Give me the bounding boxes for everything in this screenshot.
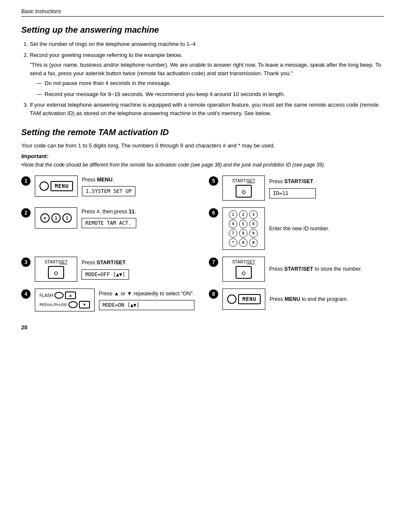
key-star: *: [229, 238, 237, 247]
step-number-3: 3: [21, 258, 31, 267]
menu-label-8: MENU: [238, 294, 261, 304]
step-content-2: ⊞ 1 1 Press #, then press 11. REMOTE TAM…: [35, 207, 196, 229]
step-text-7: Press START/SET to store the number.: [269, 265, 362, 273]
page-header: Basic Instructions: [21, 8, 384, 17]
step-number-6: 6: [209, 208, 218, 218]
step-content-6: 1 2 3 4 5 6 7 8 9 * 0 # Enter: [222, 207, 384, 250]
steps-grid: 1 MENU Press MENU. 1.SYSTEM SET UP 5: [21, 175, 384, 311]
step-row-1: 1 MENU Press MENU. 1.SYSTEM SET UP: [21, 175, 196, 201]
step-device-7: START/SET ◇: [222, 257, 265, 282]
section-answering-machine: Setting up the answering machine Set the…: [21, 25, 384, 117]
flash-btn: [54, 292, 64, 299]
one-btn-2: 1: [62, 213, 72, 223]
step-content-8: MENU Press MENU to end the program.: [222, 289, 384, 310]
lcd-3: MODE=OFF [▲▼]: [82, 269, 129, 280]
step-device-6: 1 2 3 4 5 6 7 8 9 * 0 #: [222, 207, 265, 250]
menu-circle: [39, 181, 49, 191]
important-block: Important: •Note that the code should be…: [21, 153, 384, 169]
flash-row: FLASH ▲: [39, 291, 90, 299]
step-desc-6: Enter the new ID number.: [269, 225, 329, 233]
step-text-4: Press ▲ or ▼ repeatedly to select "ON".: [99, 290, 194, 298]
numpad-device: 1 2 3 4 5 6 7 8 9 * 0 #: [229, 210, 259, 247]
page-number: 20: [21, 324, 384, 331]
step-device-3: START/SET ◇: [35, 257, 77, 282]
section-remote-tam: Setting the remote TAM activation ID You…: [21, 127, 384, 311]
start-set-device-7: START/SET ◇: [232, 260, 255, 279]
key-7: 7: [229, 229, 237, 238]
step-number-2: 2: [21, 208, 31, 218]
key-4: 4: [229, 220, 237, 228]
step2: Record your greeting message referring t…: [30, 51, 384, 99]
start-set-diamond-3: ◇: [48, 266, 64, 279]
step-content-1: MENU Press MENU. 1.SYSTEM SET UP: [35, 175, 196, 197]
flash-redial-device: FLASH ▲ REDIAL/PAUSE ▼: [39, 291, 90, 308]
hash-btn: ⊞: [40, 213, 50, 223]
key-5: 5: [239, 220, 248, 228]
key-2: 2: [239, 210, 248, 219]
one-btn-1: 1: [51, 213, 61, 223]
important-note: •Note that the code should be different …: [21, 161, 384, 169]
step-desc-7: Press START/SET to store the number.: [269, 265, 362, 273]
step-content-7: START/SET ◇ Press START/SET to store the…: [222, 257, 384, 282]
step-content-5: START/SET ◇ Press START/SET. ID=11: [222, 175, 384, 201]
key-6: 6: [249, 220, 258, 228]
lcd-5: ID=11: [269, 188, 316, 198]
step-row-8: 8 MENU Press MENU to end the program.: [209, 289, 384, 311]
step-content-3: START/SET ◇ Press START/SET. MODE=OFF [▲…: [35, 257, 196, 282]
step-device-2: ⊞ 1 1: [35, 207, 77, 229]
key-0: 0: [239, 238, 248, 247]
step-desc-1: Press MENU. 1.SYSTEM SET UP: [82, 176, 135, 197]
step-number-4: 4: [21, 289, 31, 299]
redial-icon: ▼: [79, 301, 90, 308]
step-row-6: 6 1 2 3 4 5 6 7 8 9 * 0 #: [209, 207, 384, 250]
step-desc-8: Press MENU to end the program.: [270, 295, 348, 303]
start-set-device-5: START/SET ◇: [232, 178, 255, 198]
hash-1-1-device: ⊞ 1 1: [40, 213, 72, 223]
step-number-5: 5: [209, 176, 218, 186]
start-set-diamond-7: ◇: [236, 266, 252, 279]
step-text-5: Press START/SET.: [269, 178, 316, 186]
sub-bullet-2: Record your message for 8–16 seconds. We…: [37, 90, 384, 99]
step1: Set the number of rings on the telephone…: [30, 40, 384, 48]
step-device-1: MENU: [35, 175, 78, 197]
step-text-2: Press #, then press 11.: [82, 208, 136, 216]
important-label: Important:: [21, 153, 384, 159]
step-device-4: FLASH ▲ REDIAL/PAUSE ▼: [35, 289, 95, 311]
menu-button-device-8: MENU: [227, 294, 261, 304]
lcd-2: REMOTE TAM ACT.: [82, 218, 136, 228]
step-number-8: 8: [209, 289, 218, 299]
lcd-1: 1.SYSTEM SET UP: [82, 186, 135, 196]
step3: If your external telephone answering mac…: [30, 101, 384, 117]
sub-bullet-1: Do not pause more than 4 seconds in the …: [37, 79, 384, 88]
sub-bullets: Do not pause more than 4 seconds in the …: [37, 79, 384, 98]
flash-icon: ▲: [65, 291, 76, 299]
step-row-2: 2 ⊞ 1 1 Press #, then press 11. REMOTE T…: [21, 207, 196, 250]
key-1: 1: [229, 210, 237, 219]
step-text-3: Press START/SET.: [82, 259, 129, 267]
start-set-device-3: START/SET ◇: [45, 260, 68, 279]
step-device-8: MENU: [222, 289, 265, 310]
step-row-5: 5 START/SET ◇ Press START/SET. ID=11: [209, 175, 384, 201]
start-set-diamond-5: ◇: [236, 185, 252, 198]
step-desc-3: Press START/SET. MODE=OFF [▲▼]: [82, 259, 129, 280]
menu-circle-8: [227, 294, 236, 304]
section1-steps: Set the number of rings on the telephone…: [30, 40, 384, 117]
section1-title: Setting up the answering machine: [21, 25, 384, 35]
step-text-6: Enter the new ID number.: [269, 225, 329, 233]
step-desc-2: Press #, then press 11. REMOTE TAM ACT.: [82, 208, 136, 229]
step-text-8: Press MENU to end the program.: [270, 295, 348, 303]
step-content-4: FLASH ▲ REDIAL/PAUSE ▼ Press ▲ or ▼ repe…: [35, 289, 196, 311]
menu-label: MENU: [51, 181, 73, 191]
redial-btn: [68, 301, 78, 308]
step-desc-4: Press ▲ or ▼ repeatedly to select "ON". …: [99, 290, 194, 311]
lcd-4: MODE=ON [▲▼]: [99, 300, 194, 310]
key-9: 9: [249, 229, 258, 238]
key-hash: #: [249, 238, 258, 247]
step-number-7: 7: [209, 258, 218, 267]
step-row-3: 3 START/SET ◇ Press START/SET. MODE=OFF …: [21, 257, 196, 282]
menu-button-device: MENU: [39, 181, 73, 191]
section2-title: Setting the remote TAM activation ID: [21, 127, 384, 137]
step-text-1: Press MENU.: [82, 176, 135, 184]
step-desc-5: Press START/SET. ID=11: [269, 178, 316, 198]
section2-intro: Your code can be from 1 to 5 digits long…: [21, 142, 384, 149]
